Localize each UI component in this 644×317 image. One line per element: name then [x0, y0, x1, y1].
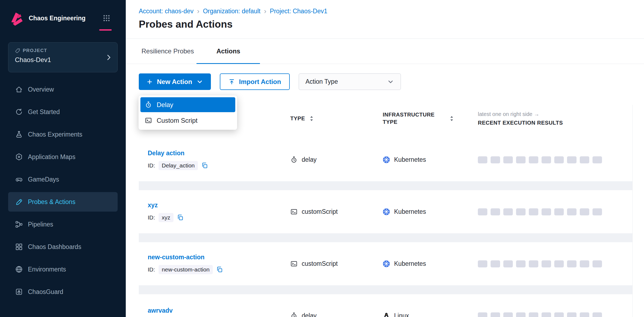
execution-result-placeholder — [516, 260, 526, 267]
execution-result-placeholder — [478, 312, 487, 317]
action-name-link[interactable]: xyz — [148, 202, 158, 209]
sidebar-item-label: Get Started — [28, 108, 60, 116]
action-name-link[interactable]: Delay action — [148, 150, 185, 157]
gamepad-icon — [15, 175, 23, 183]
copy-icon[interactable] — [201, 162, 208, 169]
sidebar-item-application-maps[interactable]: Application Maps — [8, 147, 118, 167]
execution-result-placeholder — [491, 260, 500, 267]
action-type-select[interactable]: Action Type — [299, 73, 401, 90]
id-label: ID: — [148, 162, 155, 169]
recent-execution-results — [478, 260, 632, 267]
new-action-menu: Delay Custom Script — [139, 95, 237, 130]
flask-icon — [15, 130, 23, 138]
sidebar-item-label: Probes & Actions — [28, 198, 75, 206]
breadcrumb: Account: chaos-dev›Organization: default… — [139, 7, 631, 15]
action-id-pill: xyz — [159, 213, 174, 222]
tab-actions[interactable]: Actions — [197, 39, 260, 64]
execution-result-placeholder — [542, 260, 551, 267]
table-row-awrvadv[interactable]: awrvadv ID: delay Linux — [139, 294, 632, 317]
terminal-icon — [290, 260, 298, 267]
new-action-button[interactable]: New Action — [139, 73, 211, 90]
execution-result-placeholder — [529, 312, 538, 317]
infrastructure-value: Kubernetes — [394, 208, 426, 215]
action-type-value: Action Type — [305, 78, 338, 85]
type-header-label: TYPE — [290, 115, 305, 122]
sidebar-item-label: Application Maps — [28, 153, 75, 161]
sidebar-item-get-started[interactable]: Get Started — [8, 102, 118, 122]
sidebar-item-label: Environments — [28, 266, 66, 273]
kubernetes-icon — [383, 156, 390, 163]
sidebar-item-pipelines[interactable]: Pipelines — [8, 215, 118, 234]
breadcrumb-link[interactable]: Account: chaos-dev — [139, 8, 194, 15]
execution-result-placeholder — [503, 260, 513, 267]
copy-icon[interactable] — [216, 266, 223, 273]
harness-logo-icon — [8, 10, 24, 26]
breadcrumb-link[interactable]: Organization: default — [203, 8, 260, 15]
table-row-xyz[interactable]: xyz ID: xyz customScript Kubernetes — [139, 190, 632, 233]
sidebar-item-chaos-dashboards[interactable]: Chaos Dashboards — [8, 237, 118, 257]
stopwatch-icon — [145, 101, 152, 108]
execution-result-placeholder — [478, 156, 487, 163]
execution-result-placeholder — [491, 312, 500, 317]
sidebar-item-gamedays[interactable]: GameDays — [8, 170, 118, 189]
menu-item-custom-script[interactable]: Custom Script — [140, 113, 235, 128]
execution-result-placeholder — [542, 208, 551, 215]
action-id-pill: new-custom-action — [159, 265, 213, 274]
execution-result-placeholder — [516, 312, 526, 317]
execution-result-placeholder — [478, 208, 487, 215]
execution-result-placeholder — [567, 312, 577, 317]
sidebar-header: Chaos Engineering — [0, 0, 126, 26]
sidebar-item-label: ChaosGuard — [28, 288, 63, 296]
sidebar-item-label: Pipelines — [28, 221, 53, 228]
menu-item-delay[interactable]: Delay — [140, 97, 235, 112]
sidebar-item-label: Chaos Experiments — [28, 131, 82, 138]
execution-result-placeholder — [503, 208, 513, 215]
execution-result-placeholder — [542, 156, 551, 163]
sidebar-item-label: Chaos Dashboards — [28, 243, 81, 251]
infrastructure-value: Linux — [394, 312, 409, 317]
tab-resilience-probes[interactable]: Resilience Probes — [139, 39, 197, 64]
infrastructure-cell: Kubernetes — [383, 260, 478, 267]
action-name-link[interactable]: new-custom-action — [148, 254, 205, 261]
hexagon-icon — [15, 153, 23, 161]
circular-arrow-icon — [15, 108, 23, 116]
sidebar-item-chaos-experiments[interactable]: Chaos Experiments — [8, 125, 118, 144]
execution-result-placeholder — [554, 312, 564, 317]
page-title: Probes and Actions — [139, 18, 631, 30]
grid-icon[interactable] — [102, 14, 111, 22]
column-header-recent-results: latest one on right side → RECENT EXECUT… — [478, 111, 632, 126]
chevron-right-icon — [105, 54, 112, 61]
copy-icon[interactable] — [177, 214, 183, 221]
action-id-line: ID: new-custom-action — [148, 265, 290, 274]
recent-execution-results — [478, 156, 632, 163]
breadcrumb-link[interactable]: Project: Chaos-Dev1 — [270, 8, 327, 15]
execution-result-placeholder — [593, 156, 602, 163]
execution-result-placeholder — [554, 260, 564, 267]
sidebar-item-environments[interactable]: Environments — [8, 260, 118, 279]
sidebar-item-probes-actions[interactable]: Probes & Actions — [8, 192, 118, 212]
action-type-value: customScript — [302, 260, 338, 267]
table-row-new-custom-action[interactable]: new-custom-action ID: new-custom-action … — [139, 242, 632, 285]
action-id-pill: Delay_action — [159, 161, 198, 170]
sort-icon[interactable] — [449, 115, 454, 122]
recent-execution-results — [478, 312, 632, 317]
execution-result-placeholder — [580, 208, 589, 215]
id-label: ID: — [148, 266, 155, 273]
shield-lock-icon — [15, 288, 23, 296]
toolbar: New Action Import Action Action Type — [139, 73, 631, 90]
import-action-button[interactable]: Import Action — [220, 73, 290, 90]
sidebar: Chaos Engineering PROJECT Chaos-Dev1 Ove… — [0, 0, 126, 317]
breadcrumb-separator: › — [197, 7, 199, 15]
project-selector[interactable]: PROJECT Chaos-Dev1 — [8, 42, 118, 72]
column-header-infrastructure: INFRASTRUCTURE TYPE — [383, 111, 478, 126]
recent-results-hint: latest one on right side → — [478, 111, 539, 117]
sort-icon[interactable] — [309, 115, 314, 122]
sidebar-item-chaosguard[interactable]: ChaosGuard — [8, 282, 118, 302]
actions-table: TYPE INFRASTRUCTURE TYPE latest one on r… — [139, 105, 633, 317]
sidebar-item-overview[interactable]: Overview — [8, 80, 118, 99]
execution-result-placeholder — [580, 156, 589, 163]
name-cell: Delay action ID: Delay_action — [139, 150, 290, 170]
execution-result-placeholder — [567, 260, 577, 267]
action-name-link[interactable]: awrvadv — [148, 307, 173, 314]
table-row-delay-action[interactable]: Delay action ID: Delay_action delay Kube… — [139, 138, 632, 181]
